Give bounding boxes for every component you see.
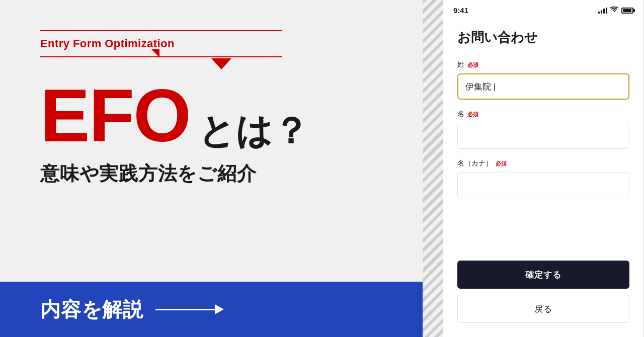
phone-panel: 9:41	[443, 0, 644, 337]
wifi-icon	[610, 7, 618, 14]
banner-label: 内容を解説	[40, 296, 143, 323]
battery-icon	[621, 8, 633, 14]
bottom-banner: 内容を解説	[0, 282, 423, 337]
diagonal-divider	[423, 0, 443, 337]
status-icons	[598, 7, 633, 14]
field-label-mei: 名	[457, 110, 464, 119]
required-badge-mei: 必須	[467, 111, 478, 118]
signal-bar-1	[598, 12, 600, 14]
required-badge-sei: 必須	[467, 61, 478, 69]
left-panel: Entry Form Optimization EFO とは？ 意味や実践方法を…	[0, 0, 423, 337]
signal-bars-icon	[598, 8, 607, 14]
efo-toha: とは？	[198, 113, 309, 153]
field-label-sei: 姓	[457, 60, 464, 69]
signal-bar-3	[603, 9, 605, 14]
banner-text: 内容を解説	[40, 296, 224, 323]
field-input-sei[interactable]: 伊集院 |	[457, 73, 629, 100]
efo-label-text: Entry Form Optimization	[40, 37, 175, 50]
btn-area: 確定する 戻る	[443, 261, 643, 337]
signal-bar-4	[606, 8, 607, 14]
efo-subtitle: 意味や実践方法をご紹介	[40, 161, 392, 187]
field-sei: 姓 必須 伊集院 |	[457, 60, 629, 100]
status-time: 9:41	[453, 6, 468, 15]
field-label-row-sei: 姓 必須	[457, 60, 629, 69]
field-label-row-mei: 名 必須	[457, 110, 629, 119]
battery-fill	[623, 9, 631, 12]
speech-triangle	[211, 58, 231, 69]
status-bar: 9:41	[443, 0, 643, 19]
field-label-kana: 名（カナ）	[457, 159, 493, 168]
field-input-kana[interactable]	[457, 172, 629, 198]
efo-title-block: EFO とは？	[40, 78, 392, 153]
top-red-line	[40, 30, 282, 31]
efo-acronym: EFO	[40, 78, 190, 153]
signal-bar-2	[601, 10, 602, 14]
field-mei: 名 必須	[457, 110, 629, 149]
required-badge-kana: 必須	[496, 160, 507, 167]
form-title: お問い合わせ	[457, 29, 629, 46]
field-kana: 名（カナ） 必須	[457, 159, 629, 198]
page-container: Entry Form Optimization EFO とは？ 意味や実践方法を…	[0, 0, 644, 337]
arrow-line	[155, 309, 216, 310]
bottom-red-line	[40, 56, 282, 57]
arrow-head	[215, 304, 224, 314]
efo-label-wrapper: Entry Form Optimization	[40, 30, 392, 57]
field-value-sei: 伊集院 |	[465, 81, 496, 93]
back-button[interactable]: 戻る	[457, 295, 629, 323]
field-label-row-kana: 名（カナ） 必須	[457, 159, 629, 168]
confirm-button[interactable]: 確定する	[457, 261, 629, 289]
form-content: お問い合わせ 姓 必須 伊集院 | 名 必須	[443, 19, 643, 261]
field-input-mei[interactable]	[457, 123, 629, 149]
banner-arrow	[155, 304, 224, 314]
